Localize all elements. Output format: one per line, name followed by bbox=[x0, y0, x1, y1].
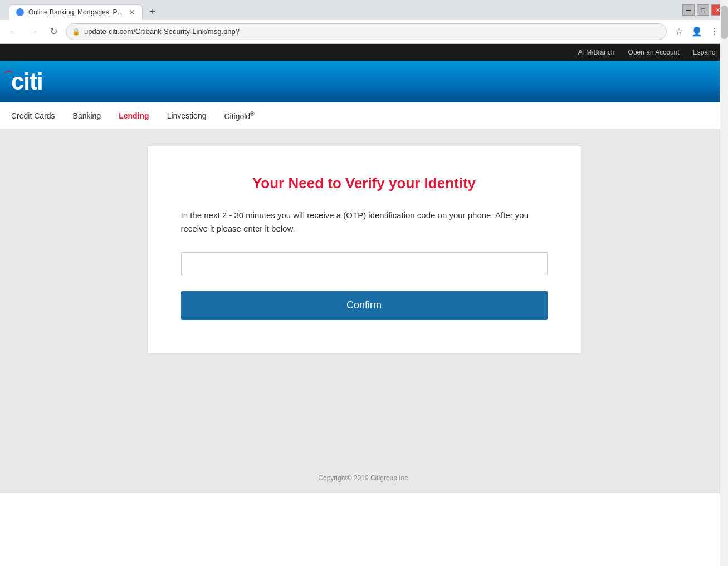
verify-card: Your Need to Verify your Identity In the… bbox=[147, 146, 582, 354]
page-content: Your Need to Verify your Identity In the… bbox=[0, 129, 728, 463]
minimize-button[interactable]: ─ bbox=[682, 4, 695, 16]
nav-lending[interactable]: Lending bbox=[119, 104, 149, 128]
tab-title: Online Banking, Mortgages, Pers bbox=[28, 8, 124, 16]
card-description: In the next 2 - 30 minutes you will rece… bbox=[181, 209, 548, 235]
atm-branch-link[interactable]: ATM/Branch bbox=[578, 48, 615, 56]
browser-actions: ☆ 👤 ⋮ bbox=[671, 24, 722, 40]
nav-credit-cards[interactable]: Credit Cards bbox=[11, 104, 55, 128]
espanol-link[interactable]: Español bbox=[693, 48, 717, 56]
main-nav: Credit Cards Banking Lending Linvestiong… bbox=[0, 102, 728, 129]
browser-chrome: Online Banking, Mortgages, Pers ✕ + ─ □ … bbox=[0, 0, 728, 44]
header: citi bbox=[0, 61, 728, 102]
utility-bar: ATM/Branch Open an Account Español bbox=[0, 44, 728, 61]
citi-logo[interactable]: citi bbox=[11, 68, 43, 95]
page-footer: Copyright© 2019 Citigroup Inc. bbox=[0, 463, 728, 493]
open-account-link[interactable]: Open an Account bbox=[628, 48, 680, 56]
tab-close-button[interactable]: ✕ bbox=[129, 8, 135, 16]
maximize-button[interactable]: □ bbox=[697, 4, 709, 16]
footer-text: Copyright© 2019 Citigroup Inc. bbox=[318, 474, 409, 482]
window-controls: ─ □ ✕ bbox=[682, 4, 724, 16]
website: ATM/Branch Open an Account Español citi … bbox=[0, 44, 728, 493]
nav-linvestiong[interactable]: Linvestiong bbox=[167, 104, 207, 128]
confirm-button[interactable]: Confirm bbox=[181, 291, 548, 320]
active-tab[interactable]: Online Banking, Mortgages, Pers ✕ bbox=[9, 4, 143, 20]
otp-input[interactable] bbox=[181, 252, 548, 275]
logo-text: citi bbox=[11, 68, 43, 95]
tab-favicon bbox=[16, 8, 24, 16]
forward-button[interactable]: → bbox=[26, 24, 41, 40]
url-text: update-citi.com/Citibank-Security-Link/m… bbox=[84, 27, 240, 36]
scrollbar[interactable] bbox=[720, 0, 728, 566]
nav-banking[interactable]: Banking bbox=[73, 104, 101, 128]
profile-button[interactable]: 👤 bbox=[689, 24, 705, 40]
nav-citigold[interactable]: Citigold® bbox=[224, 103, 254, 129]
bookmark-button[interactable]: ☆ bbox=[671, 24, 687, 40]
card-title: Your Need to Verify your Identity bbox=[181, 174, 548, 193]
url-bar[interactable]: 🔒 update-citi.com/Citibank-Security-Link… bbox=[66, 23, 667, 40]
title-bar: Online Banking, Mortgages, Pers ✕ + ─ □ … bbox=[0, 0, 728, 20]
back-button[interactable]: ← bbox=[6, 24, 21, 40]
refresh-button[interactable]: ↻ bbox=[46, 24, 61, 40]
new-tab-button[interactable]: + bbox=[145, 4, 160, 19]
address-bar: ← → ↻ 🔒 update-citi.com/Citibank-Securit… bbox=[0, 20, 728, 43]
scrollbar-thumb[interactable] bbox=[721, 6, 728, 39]
lock-icon: 🔒 bbox=[72, 28, 80, 36]
